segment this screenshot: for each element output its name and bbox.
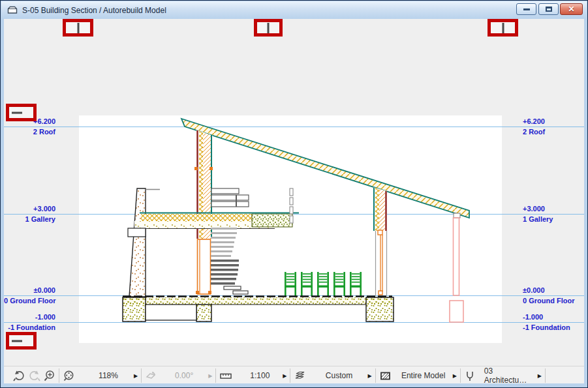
magnifier-plus-icon: [43, 370, 55, 382]
level-elevation: +3.000: [4, 205, 55, 213]
zoom-flyout-arrow[interactable]: ▶: [132, 373, 139, 379]
maximize-icon: [546, 7, 552, 12]
zoom-previous-button[interactable]: [12, 368, 27, 383]
curved-arrow-right-icon: [28, 370, 40, 382]
title-bar[interactable]: S-05 Building Section / Autorebuild Mode…: [1, 1, 587, 19]
pen-set-flyout-arrow[interactable]: ▶: [366, 373, 373, 379]
curved-arrow-left-icon: [13, 370, 25, 382]
model-filter-value[interactable]: Entire Model: [395, 371, 452, 380]
section-line-icon: [12, 340, 22, 342]
model-filter-flyout-arrow[interactable]: ▶: [452, 373, 458, 379]
layer-combination-flyout-arrow[interactable]: ▶: [536, 373, 543, 379]
hatched-square-icon: [379, 370, 392, 382]
level-elevation: -1.000: [4, 313, 55, 321]
level-name: 2 Roof: [523, 128, 584, 136]
zoom-level-value[interactable]: 118%: [84, 371, 132, 380]
rotation-flyout-arrow[interactable]: ▶: [207, 373, 213, 379]
section-line-icon: [502, 23, 504, 33]
scale-value[interactable]: 1:100: [238, 371, 281, 380]
maximize-button[interactable]: [538, 3, 559, 15]
fit-in-window-button[interactable]: [61, 368, 76, 383]
model-filter-button[interactable]: [378, 368, 393, 383]
rotate-plane-icon: [145, 370, 157, 382]
level-name: 1 Gallery: [4, 215, 55, 223]
rotation-button[interactable]: [144, 368, 159, 383]
section-line-icon: [12, 112, 22, 113]
scale-flyout-arrow[interactable]: ▶: [281, 373, 288, 379]
separator: [141, 368, 142, 383]
section-line-icon: [268, 23, 270, 33]
drawing-area[interactable]: +6.200 2 Roof +3.000 1 Gallery ±0.000 0 …: [4, 19, 584, 383]
window-title: S-05 Building Section / Autorebuild Mode…: [22, 6, 166, 15]
level-name: 2 Roof: [4, 128, 55, 136]
minimize-button[interactable]: [516, 3, 536, 15]
level-elevation: +3.000: [523, 205, 584, 213]
building-section-icon: [7, 6, 18, 14]
level-elevation: +6.200: [523, 117, 584, 125]
layer-stack-icon: [294, 370, 307, 382]
separator: [59, 368, 59, 383]
minimize-icon: [523, 8, 530, 10]
level-name: 0 Ground Floor: [523, 297, 584, 305]
scale-button[interactable]: [218, 368, 233, 383]
section-marker-selection-top-middle[interactable]: [254, 19, 283, 37]
magnifier-arrows-icon: [63, 370, 75, 382]
pen-set-value[interactable]: Custom: [311, 371, 366, 380]
building-section-drawing[interactable]: [79, 115, 502, 343]
section-marker-selection-left-lower[interactable]: [6, 332, 37, 350]
separator: [375, 368, 376, 383]
section-marker-selection-top-right[interactable]: [487, 19, 518, 37]
rotation-value[interactable]: 0.00°: [161, 371, 207, 380]
separator: [460, 368, 461, 383]
layer-combination-button[interactable]: [463, 368, 478, 383]
zoom-in-button[interactable]: [42, 368, 57, 383]
section-marker-selection-left-upper[interactable]: [6, 104, 37, 121]
ruler-icon: [219, 370, 232, 382]
level-name: -1 Foundation: [4, 323, 55, 331]
quick-options-bar: 118% ▶ 0.00° ▶ 1:100: [4, 366, 584, 383]
section-window: S-05 Building Section / Autorebuild Mode…: [0, 0, 588, 388]
close-button[interactable]: ✕: [560, 3, 583, 15]
level-name: 0 Ground Floor: [4, 297, 55, 305]
fork-icon: [465, 370, 475, 382]
separator: [290, 368, 290, 383]
layer-combination-value[interactable]: 03 Architectu…: [480, 366, 536, 383]
separator: [545, 368, 546, 383]
pen-set-button[interactable]: [292, 368, 307, 383]
level-name: 1 Gallery: [523, 215, 584, 223]
section-line-icon: [77, 23, 79, 33]
level-elevation: ±0.000: [4, 286, 55, 294]
separator: [215, 368, 216, 383]
level-elevation: -1.000: [523, 313, 584, 321]
level-elevation: ±0.000: [523, 286, 584, 294]
section-marker-selection-top-left[interactable]: [63, 19, 93, 37]
close-icon: ✕: [568, 5, 574, 13]
zoom-next-button[interactable]: [27, 368, 42, 383]
level-name: -1 Foundation: [523, 323, 584, 331]
